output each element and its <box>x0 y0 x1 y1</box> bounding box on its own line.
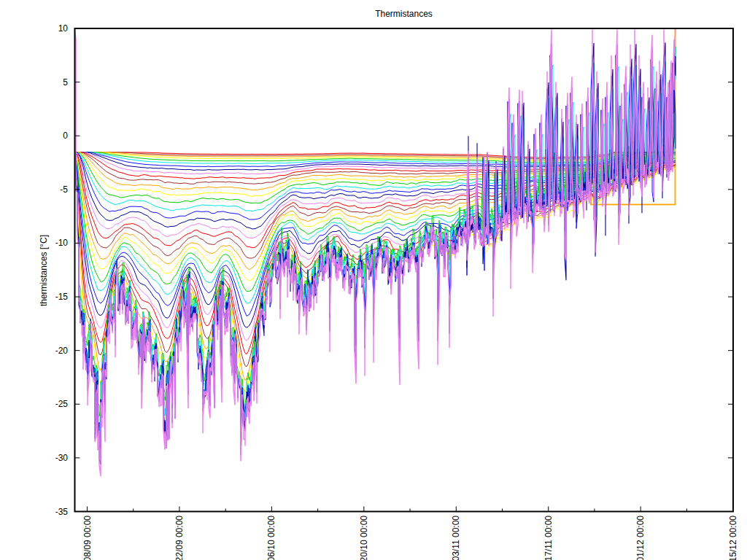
svg-text:-10: -10 <box>55 238 69 248</box>
svg-text:-15: -15 <box>55 292 69 302</box>
svg-text:thermistances [°C]: thermistances [°C] <box>39 235 49 306</box>
svg-text:03/11 00:00: 03/11 00:00 <box>451 516 461 560</box>
svg-text:10: 10 <box>58 23 69 34</box>
svg-text:-5: -5 <box>60 184 68 195</box>
svg-text:20/10 00:00: 20/10 00:00 <box>359 516 369 560</box>
svg-text:-35: -35 <box>55 507 69 517</box>
svg-text:01/12 00:00: 01/12 00:00 <box>635 516 646 560</box>
svg-text:-25: -25 <box>55 399 69 409</box>
svg-text:06/10 00:00: 06/10 00:00 <box>266 516 276 560</box>
svg-text:08/09 00:00: 08/09 00:00 <box>82 516 93 560</box>
svg-text:Thermistances: Thermistances <box>375 9 433 19</box>
svg-text:0: 0 <box>63 131 68 141</box>
svg-text:-30: -30 <box>55 453 69 463</box>
svg-text:22/09 00:00: 22/09 00:00 <box>174 516 185 560</box>
svg-text:-20: -20 <box>55 346 69 356</box>
svg-text:5: 5 <box>63 77 68 88</box>
svg-text:17/11 00:00: 17/11 00:00 <box>543 516 554 560</box>
svg-text:15/12 00:00: 15/12 00:00 <box>728 516 738 560</box>
